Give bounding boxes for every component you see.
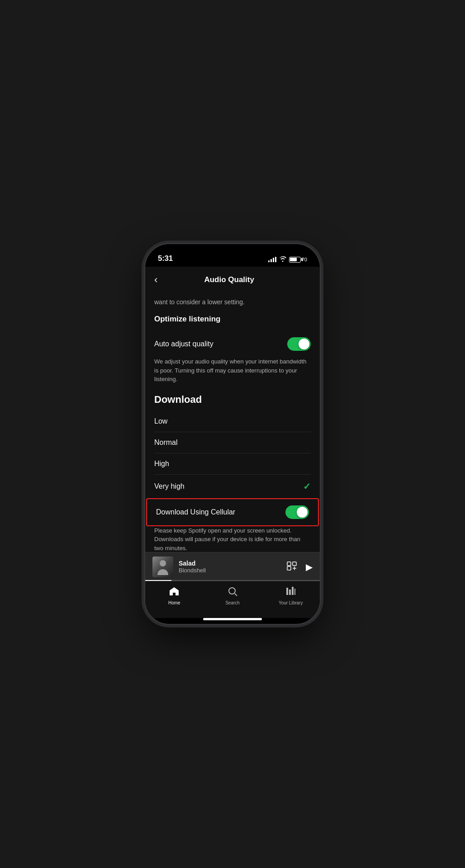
progress-bar xyxy=(145,580,320,581)
quality-high-label: High xyxy=(154,460,169,468)
svg-rect-3 xyxy=(287,566,291,570)
signal-bars-icon xyxy=(268,257,276,262)
checkmark-icon: ✓ xyxy=(303,481,311,492)
track-artist: Blondshell xyxy=(179,567,281,574)
svg-line-7 xyxy=(235,594,237,596)
battery-icon: 70 xyxy=(289,257,307,263)
back-button[interactable]: ‹ xyxy=(154,272,161,288)
nav-item-search[interactable]: Search xyxy=(204,586,262,605)
cellular-toggle[interactable] xyxy=(285,505,309,519)
quality-high-row[interactable]: High xyxy=(145,453,320,474)
page-title: Audio Quality xyxy=(161,275,297,284)
quality-low-label: Low xyxy=(154,417,167,425)
content-area: want to consider a lower setting. Optimi… xyxy=(145,294,320,552)
svg-rect-11 xyxy=(294,589,295,595)
auto-adjust-row: Auto adjust quality xyxy=(145,331,320,357)
library-label: Your Library xyxy=(279,600,303,605)
now-playing-bar[interactable]: Salad Blondshell ▶ xyxy=(145,552,320,581)
nav-item-home[interactable]: Home xyxy=(145,586,204,605)
optimize-section-header: Optimize listening xyxy=(145,313,320,331)
cellular-row: Download Using Cellular xyxy=(147,499,318,525)
svg-rect-8 xyxy=(286,588,288,595)
auto-adjust-description: We adjust your audio quality when your i… xyxy=(145,357,320,391)
queue-icon[interactable] xyxy=(287,561,297,573)
album-art xyxy=(152,557,173,577)
search-icon xyxy=(227,586,238,599)
quality-normal-label: Normal xyxy=(154,439,178,447)
home-bar xyxy=(203,618,262,620)
progress-fill xyxy=(145,580,171,581)
play-button[interactable]: ▶ xyxy=(306,561,313,572)
cellular-description: Please keep Spotify open and your screen… xyxy=(145,526,320,552)
svg-rect-1 xyxy=(287,562,291,566)
svg-rect-10 xyxy=(292,587,294,595)
wifi-icon xyxy=(279,256,286,263)
now-playing-controls: ▶ xyxy=(287,561,313,573)
cellular-label: Download Using Cellular xyxy=(156,508,235,516)
top-fade-text: want to consider a lower setting. xyxy=(145,294,320,313)
quality-very-high-row[interactable]: Very high ✓ xyxy=(145,475,320,498)
svg-rect-9 xyxy=(289,590,291,595)
track-info: Salad Blondshell xyxy=(179,560,281,574)
nav-header: ‹ Audio Quality xyxy=(145,267,320,294)
download-section-header: Download xyxy=(145,391,320,411)
home-label: Home xyxy=(168,600,180,605)
nav-item-library[interactable]: Your Library xyxy=(261,586,320,605)
quality-very-high-label: Very high xyxy=(154,482,185,491)
search-label: Search xyxy=(225,600,240,605)
library-icon xyxy=(285,586,296,599)
track-name: Salad xyxy=(179,560,281,567)
status-icons: 70 xyxy=(268,256,307,263)
svg-point-0 xyxy=(160,560,166,566)
svg-point-6 xyxy=(229,588,235,594)
auto-adjust-toggle[interactable] xyxy=(287,337,311,351)
status-time: 5:31 xyxy=(158,254,173,263)
quality-low-row[interactable]: Low xyxy=(145,411,320,432)
auto-adjust-label: Auto adjust quality xyxy=(154,340,214,348)
home-icon xyxy=(169,586,180,599)
quality-normal-row[interactable]: Normal xyxy=(145,432,320,453)
svg-rect-2 xyxy=(293,562,296,566)
bottom-nav: Home Search xyxy=(145,581,320,618)
cellular-highlighted-container: Download Using Cellular xyxy=(146,498,319,526)
